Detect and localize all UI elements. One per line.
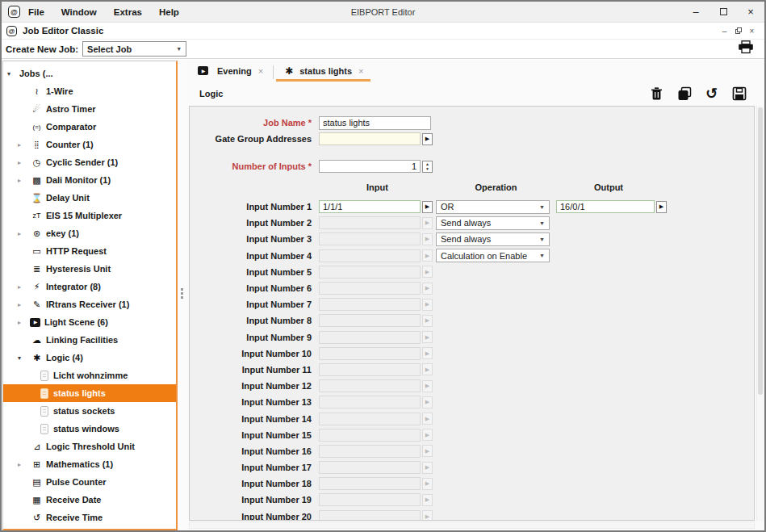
close-tab-icon[interactable]: × (258, 66, 263, 76)
tree-item-integrator-8[interactable]: ▸⚡Integrator (8) (3, 278, 176, 295)
input-address-field (319, 249, 421, 262)
tree-item-http-request[interactable]: ▭HTTP Request (3, 242, 176, 260)
input-address-picker-button[interactable]: ▶ (422, 201, 433, 213)
io-row-input-number-16: Input Number 16▶ (190, 443, 754, 459)
expanded-arrow-icon[interactable]: ▾ (7, 70, 19, 77)
eis15-multiplexer-icon: zT (30, 212, 44, 220)
tab-label: status lights (299, 66, 352, 76)
tree-item-pulse-counter[interactable]: ▤Pulse Counter (3, 473, 176, 491)
dropdown-caret-icon: ▼ (539, 237, 545, 242)
collapsed-arrow-icon[interactable]: ▸ (18, 177, 30, 184)
tree-item-eis-15-multiplexer[interactable]: zTEIS 15 Multiplexer (3, 207, 176, 224)
tree-item-counter-1[interactable]: ▸⣿Counter (1) (3, 136, 176, 153)
delete-job-button[interactable] (649, 86, 664, 102)
tree-item-logic-threshold-unit[interactable]: ⊿Logic Threshold Unit (3, 438, 176, 455)
input-address-picker-button: ▶ (422, 494, 433, 506)
num-inputs-value: 1 (412, 161, 416, 171)
child-restore-icon[interactable] (731, 27, 745, 36)
tree-item-astro-timer[interactable]: ☄Astro Timer (3, 100, 176, 118)
select-job-dropdown[interactable]: Select Job ▼ (82, 41, 186, 57)
horizontal-scrollbar[interactable] (189, 522, 755, 529)
tree-item-licht-wohnzimme[interactable]: Licht wohnzimme (3, 367, 176, 384)
output-address-field[interactable]: 16/0/1 (556, 200, 655, 213)
tree-item-status-lights[interactable]: status lights (3, 384, 176, 402)
collapsed-arrow-icon[interactable]: ▸ (18, 301, 30, 308)
maximize-icon[interactable] (709, 6, 737, 18)
tree-item-status-sockets[interactable]: status sockets (3, 402, 176, 420)
menu-file[interactable]: File (28, 7, 44, 17)
output-address-picker-button[interactable]: ▶ (656, 201, 667, 213)
panel-splitter[interactable] (178, 60, 187, 530)
tree-item-label: Delay Unit (46, 193, 90, 203)
input-address-field[interactable]: 1/1/1 (319, 200, 421, 213)
collapsed-arrow-icon[interactable]: ▸ (18, 319, 30, 326)
reload-button[interactable]: ↺ (704, 86, 719, 102)
collapsed-arrow-icon[interactable]: ▸ (18, 230, 30, 237)
menu-window[interactable]: Window (61, 7, 97, 17)
editor-content: ▶ Evening × ✱ status lights × Logic (187, 60, 764, 530)
tree-item-hysteresis-unit[interactable]: ≣Hysteresis Unit (3, 260, 176, 278)
play-glyph: ▶ (34, 320, 38, 325)
tree-item-light-scene-6[interactable]: ▸▶Light Scene (6) (3, 313, 176, 331)
receive-date-icon: ▦ (30, 495, 44, 505)
expanded-arrow-icon[interactable]: ▾ (18, 354, 30, 362)
close-tab-icon[interactable]: × (358, 66, 363, 76)
print-button[interactable] (738, 40, 754, 57)
dropdown-caret-icon: ▼ (539, 204, 545, 210)
gate-address-picker-button[interactable]: ▶ (422, 133, 433, 145)
num-inputs-stepper[interactable]: ▲▼ (422, 161, 433, 173)
tree-item-delay-unit[interactable]: ⌛Delay Unit (3, 189, 176, 207)
child-minimize-icon[interactable]: – (718, 27, 731, 36)
tree-item-comparator[interactable]: (=)Comparator (3, 118, 176, 136)
tree-item-ekey-1[interactable]: ▸⊛ekey (1) (3, 224, 176, 242)
tree-item-1-wire[interactable]: ≀1-Wire (3, 82, 176, 100)
input-address-field (319, 266, 421, 279)
operation-select[interactable]: OR▼ (436, 200, 550, 214)
operation-select[interactable]: Calculation on Enable▼ (436, 249, 550, 262)
collapsed-arrow-icon[interactable]: ▸ (18, 141, 30, 149)
tab-status-lights[interactable]: ✱ status lights × (276, 62, 370, 82)
tree-item-logic-4[interactable]: ▾✱Logic (4) (3, 349, 176, 367)
collapsed-arrow-icon[interactable]: ▸ (18, 461, 30, 468)
menu-extras[interactable]: Extras (114, 7, 142, 17)
receive-time-icon: ↺ (30, 513, 44, 523)
num-inputs-input[interactable]: 1 (319, 160, 421, 173)
create-job-bar: Create New Job: Select Job ▼ (2, 40, 764, 59)
tree-item-dali-monitor-1[interactable]: ▸▩Dali Monitor (1) (3, 171, 176, 189)
save-button[interactable] (731, 86, 747, 102)
linking-facilities-icon: ☁ (30, 335, 44, 346)
tree-item-receive-time[interactable]: ↺Receive Time (3, 509, 176, 526)
tree-item-label: Licht wohnzimme (53, 371, 128, 380)
vertical-scrollbar[interactable] (756, 106, 764, 521)
input-address-field (319, 298, 421, 311)
tree-item-label: HTTP Request (46, 246, 107, 256)
child-close-icon[interactable]: × (745, 27, 759, 36)
tree-item-cyclic-sender-1[interactable]: ▸◷Cyclic Sender (1) (3, 153, 176, 171)
output-column-header: Output (559, 182, 658, 194)
menu-help[interactable]: Help (159, 7, 179, 17)
tree-item-jobs-root[interactable]: ▾ Jobs (... (3, 65, 176, 82)
io-row-input-number-13: Input Number 13▶ (190, 394, 754, 410)
tab-evening[interactable]: ▶ Evening × (190, 62, 270, 82)
duplicate-job-button[interactable] (676, 86, 692, 102)
close-icon[interactable]: × (737, 6, 764, 18)
job-document-icon (40, 406, 48, 417)
scrollbar-thumb[interactable] (758, 107, 763, 395)
tree-item-mathematics-1[interactable]: ▸⊞Mathematics (1) (3, 455, 176, 473)
gate-addresses-input[interactable] (319, 132, 421, 145)
operation-select[interactable]: Send always▼ (436, 216, 550, 230)
job-name-input[interactable]: status lights (319, 116, 431, 130)
tree-item-linking-facilities[interactable]: ☁Linking Facilities (3, 331, 176, 349)
collapsed-arrow-icon[interactable]: ▸ (18, 283, 30, 291)
tree-item-irtrans-receiver-1[interactable]: ▸✎IRtrans Receiver (1) (3, 295, 176, 313)
logic-threshold-icon: ⊿ (30, 442, 44, 452)
cyclic-sender-icon: ◷ (30, 157, 44, 168)
minimize-icon[interactable]: – (682, 6, 709, 18)
trash-icon (650, 86, 663, 101)
row-label: Input Number 4 (190, 251, 316, 261)
collapsed-arrow-icon[interactable]: ▸ (18, 159, 30, 166)
tree-item-status-windows[interactable]: status windows (3, 420, 176, 438)
operation-select[interactable]: Send always▼ (436, 232, 550, 246)
input-address-picker-button: ▶ (422, 478, 433, 490)
tree-item-receive-date[interactable]: ▦Receive Date (3, 491, 176, 509)
